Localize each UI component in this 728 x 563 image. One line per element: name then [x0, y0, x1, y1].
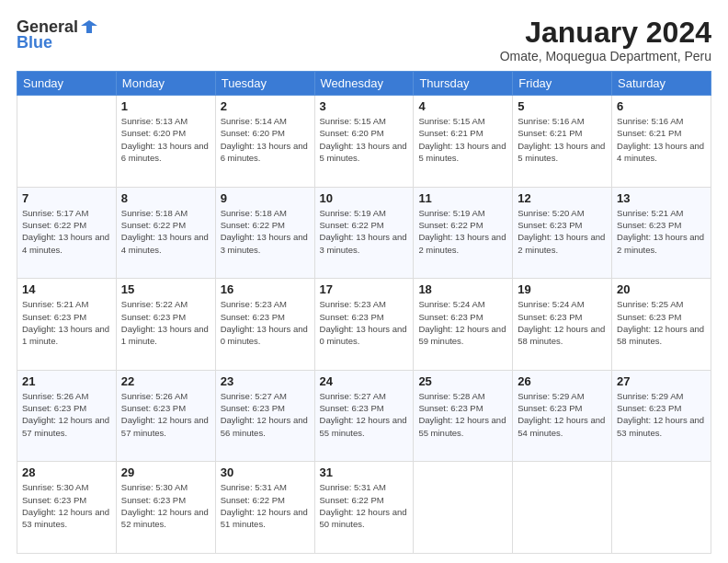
- calendar-cell: 22 Sunrise: 5:26 AMSunset: 6:23 PMDaylig…: [116, 370, 215, 462]
- day-info: Sunrise: 5:27 AMSunset: 6:23 PMDaylight:…: [320, 390, 409, 439]
- weekday-row: Sunday Monday Tuesday Wednesday Thursday…: [17, 72, 711, 96]
- day-number: 21: [22, 374, 111, 388]
- day-info: Sunrise: 5:31 AMSunset: 6:22 PMDaylight:…: [320, 481, 409, 530]
- day-info: Sunrise: 5:29 AMSunset: 6:23 PMDaylight:…: [518, 390, 607, 439]
- day-number: 2: [221, 99, 310, 113]
- calendar-cell: 8 Sunrise: 5:18 AMSunset: 6:22 PMDayligh…: [116, 187, 215, 279]
- day-number: 18: [418, 282, 507, 296]
- day-info: Sunrise: 5:28 AMSunset: 6:23 PMDaylight:…: [418, 390, 507, 439]
- calendar-cell: 1 Sunrise: 5:13 AMSunset: 6:20 PMDayligh…: [116, 96, 215, 188]
- day-number: 17: [320, 282, 409, 296]
- day-number: 22: [121, 374, 210, 388]
- day-number: 19: [518, 282, 607, 296]
- day-info: Sunrise: 5:24 AMSunset: 6:23 PMDaylight:…: [518, 298, 607, 347]
- day-info: Sunrise: 5:30 AMSunset: 6:23 PMDaylight:…: [121, 481, 210, 530]
- day-info: Sunrise: 5:14 AMSunset: 6:20 PMDaylight:…: [221, 115, 310, 164]
- day-number: 25: [418, 374, 507, 388]
- calendar-week-row: 1 Sunrise: 5:13 AMSunset: 6:20 PMDayligh…: [17, 96, 711, 188]
- calendar-cell: 7 Sunrise: 5:17 AMSunset: 6:22 PMDayligh…: [17, 187, 117, 279]
- calendar-cell: [612, 462, 711, 554]
- calendar-cell: 6 Sunrise: 5:16 AMSunset: 6:21 PMDayligh…: [612, 96, 711, 188]
- day-info: Sunrise: 5:19 AMSunset: 6:22 PMDaylight:…: [320, 207, 409, 256]
- month-title: January 2024: [500, 17, 711, 49]
- calendar-cell: 13 Sunrise: 5:21 AMSunset: 6:23 PMDaylig…: [612, 187, 711, 279]
- day-info: Sunrise: 5:30 AMSunset: 6:23 PMDaylight:…: [22, 481, 111, 530]
- calendar-cell: 18 Sunrise: 5:24 AMSunset: 6:23 PMDaylig…: [414, 279, 513, 371]
- calendar-cell: 14 Sunrise: 5:21 AMSunset: 6:23 PMDaylig…: [17, 279, 117, 371]
- logo: General Blue: [17, 17, 100, 52]
- svg-marker-0: [81, 20, 97, 33]
- day-number: 4: [418, 99, 507, 113]
- calendar-week-row: 7 Sunrise: 5:17 AMSunset: 6:22 PMDayligh…: [17, 187, 711, 279]
- day-number: 12: [518, 191, 607, 205]
- calendar-cell: 20 Sunrise: 5:25 AMSunset: 6:23 PMDaylig…: [612, 279, 711, 371]
- calendar-cell: 12 Sunrise: 5:20 AMSunset: 6:23 PMDaylig…: [513, 187, 612, 279]
- calendar-cell: 25 Sunrise: 5:28 AMSunset: 6:23 PMDaylig…: [414, 370, 513, 462]
- day-info: Sunrise: 5:22 AMSunset: 6:23 PMDaylight:…: [121, 298, 210, 347]
- calendar-cell: 19 Sunrise: 5:24 AMSunset: 6:23 PMDaylig…: [513, 279, 612, 371]
- calendar-cell: 16 Sunrise: 5:23 AMSunset: 6:23 PMDaylig…: [215, 279, 314, 371]
- day-number: 24: [320, 374, 409, 388]
- day-number: 8: [121, 191, 210, 205]
- calendar-cell: 21 Sunrise: 5:26 AMSunset: 6:23 PMDaylig…: [17, 370, 117, 462]
- calendar-cell: 23 Sunrise: 5:27 AMSunset: 6:23 PMDaylig…: [215, 370, 314, 462]
- calendar-cell: 3 Sunrise: 5:15 AMSunset: 6:20 PMDayligh…: [314, 96, 414, 188]
- logo-blue-text: Blue: [17, 33, 52, 52]
- day-info: Sunrise: 5:24 AMSunset: 6:23 PMDaylight:…: [418, 298, 507, 347]
- day-number: 15: [121, 282, 210, 296]
- day-number: 14: [22, 282, 111, 296]
- day-info: Sunrise: 5:15 AMSunset: 6:21 PMDaylight:…: [418, 115, 507, 164]
- col-tuesday: Tuesday: [215, 72, 314, 96]
- day-info: Sunrise: 5:26 AMSunset: 6:23 PMDaylight:…: [121, 390, 210, 439]
- col-saturday: Saturday: [612, 72, 711, 96]
- calendar-cell: 5 Sunrise: 5:16 AMSunset: 6:21 PMDayligh…: [513, 96, 612, 188]
- calendar-week-row: 14 Sunrise: 5:21 AMSunset: 6:23 PMDaylig…: [17, 279, 711, 371]
- calendar-cell: [17, 96, 117, 188]
- day-number: 5: [518, 99, 607, 113]
- calendar-week-row: 28 Sunrise: 5:30 AMSunset: 6:23 PMDaylig…: [17, 462, 711, 554]
- calendar-cell: 29 Sunrise: 5:30 AMSunset: 6:23 PMDaylig…: [116, 462, 215, 554]
- calendar-cell: 2 Sunrise: 5:14 AMSunset: 6:20 PMDayligh…: [215, 96, 314, 188]
- calendar-cell: 26 Sunrise: 5:29 AMSunset: 6:23 PMDaylig…: [513, 370, 612, 462]
- calendar-cell: 28 Sunrise: 5:30 AMSunset: 6:23 PMDaylig…: [17, 462, 117, 554]
- day-info: Sunrise: 5:17 AMSunset: 6:22 PMDaylight:…: [22, 207, 111, 256]
- calendar-table: Sunday Monday Tuesday Wednesday Thursday…: [17, 71, 711, 554]
- day-info: Sunrise: 5:16 AMSunset: 6:21 PMDaylight:…: [617, 115, 706, 164]
- col-wednesday: Wednesday: [314, 72, 414, 96]
- day-number: 9: [221, 191, 310, 205]
- day-number: 23: [221, 374, 310, 388]
- calendar-cell: 31 Sunrise: 5:31 AMSunset: 6:22 PMDaylig…: [314, 462, 414, 554]
- day-info: Sunrise: 5:26 AMSunset: 6:23 PMDaylight:…: [22, 390, 111, 439]
- calendar-cell: 4 Sunrise: 5:15 AMSunset: 6:21 PMDayligh…: [414, 96, 513, 188]
- header: General Blue January 2024 Omate, Moquegu…: [17, 17, 711, 63]
- col-monday: Monday: [116, 72, 215, 96]
- col-friday: Friday: [513, 72, 612, 96]
- calendar-week-row: 21 Sunrise: 5:26 AMSunset: 6:23 PMDaylig…: [17, 370, 711, 462]
- col-thursday: Thursday: [414, 72, 513, 96]
- calendar-cell: 27 Sunrise: 5:29 AMSunset: 6:23 PMDaylig…: [612, 370, 711, 462]
- calendar-cell: [513, 462, 612, 554]
- calendar-cell: 17 Sunrise: 5:23 AMSunset: 6:23 PMDaylig…: [314, 279, 414, 371]
- title-block: January 2024 Omate, Moquegua Department,…: [500, 17, 711, 63]
- day-info: Sunrise: 5:27 AMSunset: 6:23 PMDaylight:…: [221, 390, 310, 439]
- day-info: Sunrise: 5:23 AMSunset: 6:23 PMDaylight:…: [221, 298, 310, 347]
- day-info: Sunrise: 5:18 AMSunset: 6:22 PMDaylight:…: [121, 207, 210, 256]
- day-info: Sunrise: 5:21 AMSunset: 6:23 PMDaylight:…: [22, 298, 111, 347]
- day-number: 6: [617, 99, 706, 113]
- page: General Blue January 2024 Omate, Moquegu…: [0, 0, 728, 563]
- calendar-cell: [414, 462, 513, 554]
- day-info: Sunrise: 5:25 AMSunset: 6:23 PMDaylight:…: [617, 298, 706, 347]
- day-info: Sunrise: 5:23 AMSunset: 6:23 PMDaylight:…: [320, 298, 409, 347]
- calendar-cell: 9 Sunrise: 5:18 AMSunset: 6:22 PMDayligh…: [215, 187, 314, 279]
- location-subtitle: Omate, Moquegua Department, Peru: [500, 49, 711, 63]
- day-number: 28: [22, 465, 111, 479]
- day-info: Sunrise: 5:15 AMSunset: 6:20 PMDaylight:…: [320, 115, 409, 164]
- day-number: 10: [320, 191, 409, 205]
- day-number: 26: [518, 374, 607, 388]
- col-sunday: Sunday: [17, 72, 117, 96]
- day-info: Sunrise: 5:13 AMSunset: 6:20 PMDaylight:…: [121, 115, 210, 164]
- calendar-header: Sunday Monday Tuesday Wednesday Thursday…: [17, 72, 711, 96]
- day-info: Sunrise: 5:21 AMSunset: 6:23 PMDaylight:…: [617, 207, 706, 256]
- day-number: 31: [320, 465, 409, 479]
- day-info: Sunrise: 5:29 AMSunset: 6:23 PMDaylight:…: [617, 390, 706, 439]
